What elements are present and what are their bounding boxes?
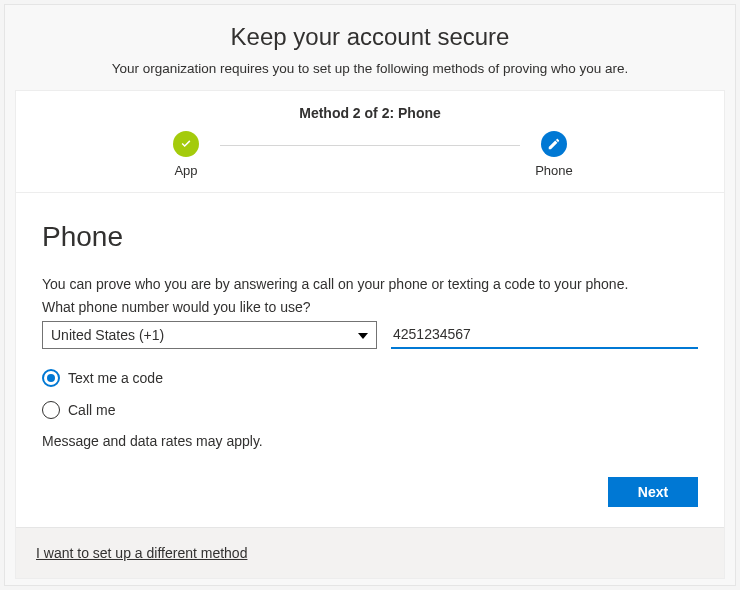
rates-notice: Message and data rates may apply. <box>42 433 698 449</box>
next-button[interactable]: Next <box>608 477 698 507</box>
step-label-phone: Phone <box>535 163 573 178</box>
stepper-title: Method 2 of 2: Phone <box>36 105 704 121</box>
radio-call-me[interactable]: Call me <box>42 401 698 419</box>
step-app: App <box>156 131 216 178</box>
verify-method-radiogroup: Text me a code Call me <box>42 369 698 419</box>
stepper-section: Method 2 of 2: Phone App Phone <box>16 91 724 193</box>
radio-label-call: Call me <box>68 402 115 418</box>
radio-icon <box>42 401 60 419</box>
stepper: App Phone <box>36 131 704 178</box>
radio-icon <box>42 369 60 387</box>
country-code-value: United States (+1) <box>51 327 164 343</box>
dialog-container: Keep your account secure Your organizati… <box>4 4 736 586</box>
actions-row: Next <box>42 477 698 507</box>
footer-bar: I want to set up a different method <box>16 527 724 578</box>
setup-card: Method 2 of 2: Phone App Phone Pho <box>15 90 725 579</box>
page-subtitle: Your organization requires you to set up… <box>25 61 715 76</box>
page-title: Keep your account secure <box>25 23 715 51</box>
checkmark-icon <box>173 131 199 157</box>
radio-text-me[interactable]: Text me a code <box>42 369 698 387</box>
prompt-text: What phone number would you like to use? <box>42 299 698 315</box>
different-method-link[interactable]: I want to set up a different method <box>36 545 247 561</box>
dialog-header: Keep your account secure Your organizati… <box>5 5 735 90</box>
phone-inputs-row: United States (+1) <box>42 321 698 349</box>
section-heading: Phone <box>42 221 698 253</box>
pencil-icon <box>541 131 567 157</box>
phone-form: Phone You can prove who you are by answe… <box>16 193 724 527</box>
step-connector <box>220 145 520 146</box>
step-label-app: App <box>174 163 197 178</box>
step-phone: Phone <box>524 131 584 178</box>
helper-text: You can prove who you are by answering a… <box>42 275 698 295</box>
country-code-select[interactable]: United States (+1) <box>42 321 377 349</box>
phone-number-input[interactable] <box>391 321 698 349</box>
radio-label-text: Text me a code <box>68 370 163 386</box>
